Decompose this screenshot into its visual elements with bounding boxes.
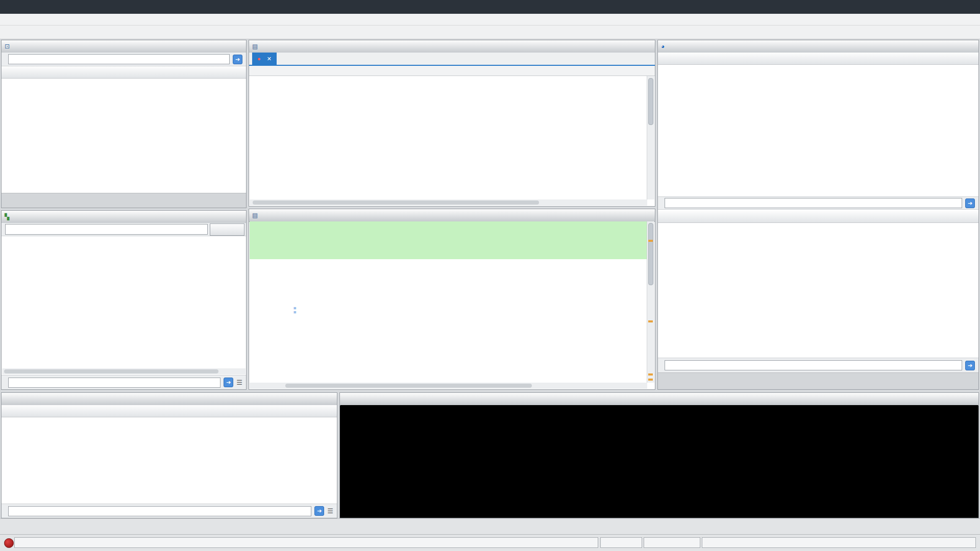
listing-disassembly[interactable]: ≡≡ [250,221,647,383]
close-tab-icon[interactable]: ✕ [267,56,272,62]
breakpoints-table-body[interactable] [658,65,978,196]
model-window-icon: ▚ [5,214,9,220]
dynamic-window-icon: ▤ [252,43,258,49]
column-config-icon[interactable]: ☰ [327,507,333,515]
dynamic-address-row [249,66,655,76]
listing-window-icon: ▤ [252,212,258,218]
stack-filter-input[interactable] [8,506,311,516]
go-button[interactable] [210,223,244,236]
dynamic-header: ▤ [249,40,655,53]
breakpoints-filter-input[interactable] [665,198,962,208]
column-config-icon[interactable]: ☰ [236,379,242,386]
stack-filter-row: ➔ ☰ [2,504,337,518]
status-message-field [14,537,598,548]
terminal-header [340,393,978,406]
breakpoint-locations-table-body[interactable] [658,223,978,358]
filter-options-icon[interactable]: ➔ [233,55,242,64]
model-filter-input[interactable] [8,378,220,388]
model-window: ▚ ➔ ☰ [1,210,247,390]
debug-console-filter-row: ➔ [2,53,246,66]
dynamic-window: ▤ ● ✕ [249,40,655,207]
breakpoints-window: ◕ ➔ ➔ [657,40,979,390]
function-header-block[interactable] [250,221,647,259]
dynamic-disassembly[interactable] [250,76,647,199]
model-filter-row: ➔ ☰ [2,375,246,389]
dynamic-vertical-scrollbar[interactable] [647,76,654,199]
window-tab-bar [0,518,980,535]
filter-options-icon[interactable]: ➔ [965,198,975,208]
stack-table-body[interactable] [2,417,337,504]
breakpoints-column-headers [658,53,978,65]
right-panel-tab-row [658,372,978,389]
stack-window: ➔ ☰ [1,392,337,518]
recording-dot-icon: ● [257,56,261,62]
terminal-window [339,392,979,518]
breakpoints-window-icon: ◕ [661,43,665,49]
title-bar [0,0,980,14]
main-toolbar [0,26,980,39]
model-path-row [2,223,246,236]
ghidra-debugger-window: ⊡ ➔ ▚ ➔ ☰ [0,0,980,551]
debug-console-filter-input[interactable] [8,54,230,64]
dynamic-tab-strip: ● ✕ [249,53,655,66]
model-horizontal-scrollbar[interactable] [2,368,246,374]
stack-column-headers [2,405,337,417]
status-instruction-field [702,537,976,548]
breakpoints-header: ◕ [658,40,978,53]
debug-console-column-headers [2,66,246,79]
model-tree [2,236,246,370]
breakpoints-filter-row: ➔ [658,196,978,210]
ghidra-logo-icon [4,538,14,548]
listing-horizontal-scrollbar[interactable] [250,383,647,389]
debug-console-table-body[interactable] [2,79,246,193]
terminal-output[interactable] [340,405,978,517]
filter-options-icon[interactable]: ➔ [224,378,233,387]
model-header: ▚ [2,211,246,223]
status-bar [0,534,980,551]
filter-options-icon[interactable]: ➔ [314,506,324,516]
breakpoint-locations-filter-row: ➔ [658,358,978,373]
margin-handle-icon[interactable]: ≡≡ [293,306,296,314]
stack-header [2,393,337,406]
breakpoint-locations-column-headers [658,211,978,223]
trace-tab-termmines[interactable]: ● ✕ [252,53,277,65]
status-function-field [644,537,700,548]
dynamic-horizontal-scrollbar[interactable] [250,199,647,206]
debug-console-window: ⊡ ➔ [1,40,247,208]
debug-console-header: ⊡ [2,40,246,53]
console-window-icon: ⊡ [5,43,10,49]
listing-vertical-scrollbar[interactable] [647,221,654,383]
status-address-field [600,537,642,548]
listing-header: ▤ [249,209,655,222]
model-path-input[interactable] [5,224,208,235]
breakpoint-locations-filter-input[interactable] [665,360,962,370]
filter-options-icon[interactable]: ➔ [965,361,975,370]
debug-console-tab-row [2,193,246,208]
listing-window: ▤ ≡≡ [249,209,655,390]
menu-bar [0,14,980,26]
